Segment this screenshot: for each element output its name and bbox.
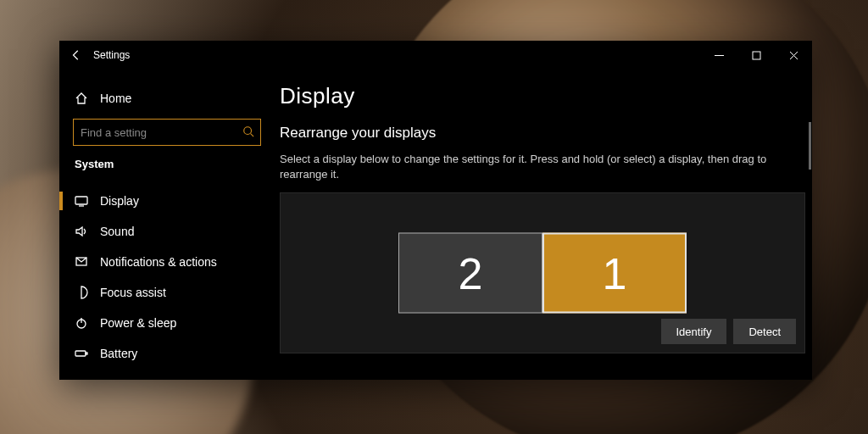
app-title: Settings xyxy=(93,49,130,61)
home-label: Home xyxy=(100,92,131,105)
nav-item-display[interactable]: Display xyxy=(59,186,273,216)
nav-item-notifications[interactable]: Notifications & actions xyxy=(59,247,273,277)
identify-button[interactable]: Identify xyxy=(661,319,727,344)
search-input[interactable] xyxy=(73,119,261,146)
section-title: Rearrange your displays xyxy=(280,125,805,142)
scrollbar-thumb[interactable] xyxy=(809,122,811,170)
notifications-icon xyxy=(75,255,88,269)
nav-label: Sound xyxy=(100,225,134,238)
nav-item-power[interactable]: Power & sleep xyxy=(59,308,273,338)
minimize-button[interactable] xyxy=(700,41,737,70)
nav-label: Display xyxy=(100,194,139,208)
nav-label: Battery xyxy=(100,347,137,360)
sidebar: Home System Display xyxy=(59,70,273,380)
nav-item-battery[interactable]: Battery xyxy=(59,338,273,369)
home-nav[interactable]: Home xyxy=(59,83,273,114)
monitor-tile-2[interactable]: 2 xyxy=(398,233,542,314)
power-icon xyxy=(75,316,88,330)
nav-label: Focus assist xyxy=(100,286,166,299)
search-wrap xyxy=(59,119,273,146)
focus-icon xyxy=(75,286,88,299)
svg-rect-5 xyxy=(75,351,86,356)
monitors-group: 2 1 xyxy=(398,233,687,314)
monitor-label: 2 xyxy=(459,248,483,298)
nav-label: Notifications & actions xyxy=(100,255,217,269)
section-heading: System xyxy=(59,158,273,170)
monitor-tile-1[interactable]: 1 xyxy=(542,233,687,314)
detect-button[interactable]: Detect xyxy=(733,319,796,344)
display-arrange-area[interactable]: 2 1 Identify Detect xyxy=(280,192,805,353)
nav-label: Power & sleep xyxy=(100,316,176,330)
nav-list: Display Sound Notifications & actions xyxy=(59,186,273,369)
display-icon xyxy=(75,194,88,208)
maximize-button[interactable] xyxy=(737,41,775,70)
close-button[interactable] xyxy=(775,41,812,70)
monitor-label: 1 xyxy=(603,248,627,298)
settings-window: Settings Home xyxy=(59,41,812,380)
nav-item-sound[interactable]: Sound xyxy=(59,216,273,247)
arrange-buttons: Identify Detect xyxy=(661,319,797,344)
main-content: Display Rearrange your displays Select a… xyxy=(273,70,812,380)
svg-rect-2 xyxy=(75,197,87,204)
battery-icon xyxy=(75,347,88,360)
section-description: Select a display below to change the set… xyxy=(280,152,805,182)
sound-icon xyxy=(75,225,88,238)
back-button[interactable] xyxy=(59,41,93,70)
window-controls xyxy=(700,41,812,70)
svg-rect-6 xyxy=(86,353,87,354)
titlebar: Settings xyxy=(59,41,812,70)
home-icon xyxy=(75,92,88,105)
page-title: Display xyxy=(280,83,805,109)
svg-rect-0 xyxy=(753,52,760,59)
nav-item-focus[interactable]: Focus assist xyxy=(59,277,273,308)
